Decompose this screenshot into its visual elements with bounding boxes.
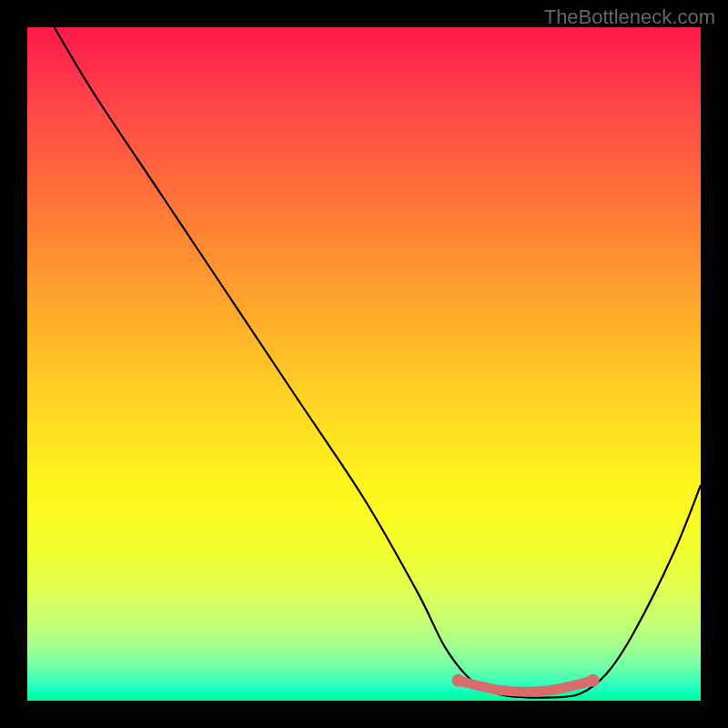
chart-plot-area [27,27,701,701]
trough-dot-left [452,674,465,687]
chart-overlay [27,27,701,701]
trough-band [459,681,593,692]
chart-curve [55,27,701,698]
watermark-text: TheBottleneck.com [544,5,715,29]
trough-highlight [452,674,600,692]
trough-dot-right [587,674,600,687]
